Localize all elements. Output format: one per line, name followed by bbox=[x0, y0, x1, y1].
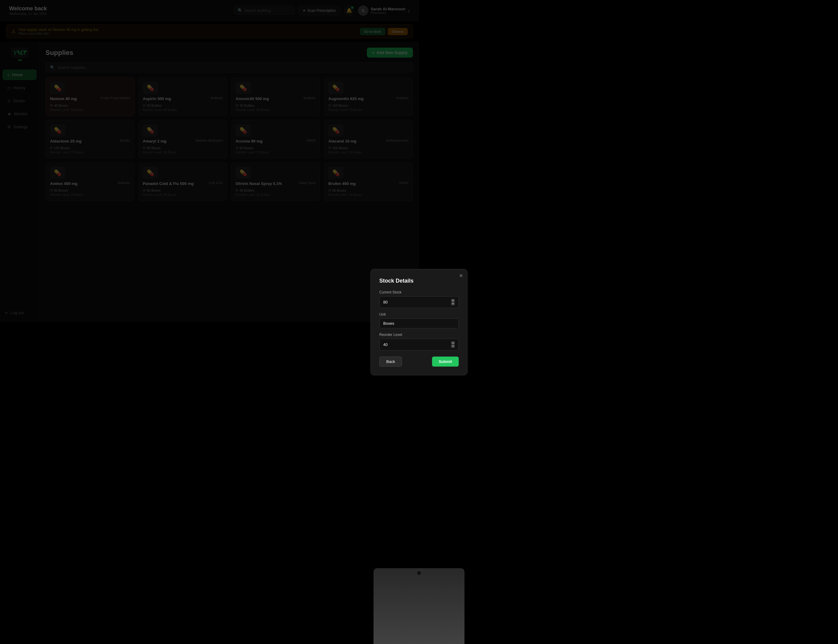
stock-details-modal: ✕ Stock Details Current Stock ▲ ▼ Unit R… bbox=[370, 269, 419, 322]
modal-title: Stock Details bbox=[379, 278, 419, 284]
unit-input[interactable] bbox=[383, 321, 419, 322]
current-stock-group: Current Stock ▲ ▼ bbox=[379, 290, 419, 308]
unit-group: Unit bbox=[379, 312, 419, 322]
current-stock-input-wrapper[interactable]: ▲ ▼ bbox=[379, 296, 419, 308]
unit-label: Unit bbox=[379, 312, 419, 317]
current-stock-input[interactable] bbox=[383, 300, 419, 304]
modal-overlay[interactable]: ✕ Stock Details Current Stock ▲ ▼ Unit R… bbox=[0, 0, 419, 322]
unit-input-wrapper[interactable] bbox=[379, 319, 419, 322]
current-stock-label: Current Stock bbox=[379, 290, 419, 294]
